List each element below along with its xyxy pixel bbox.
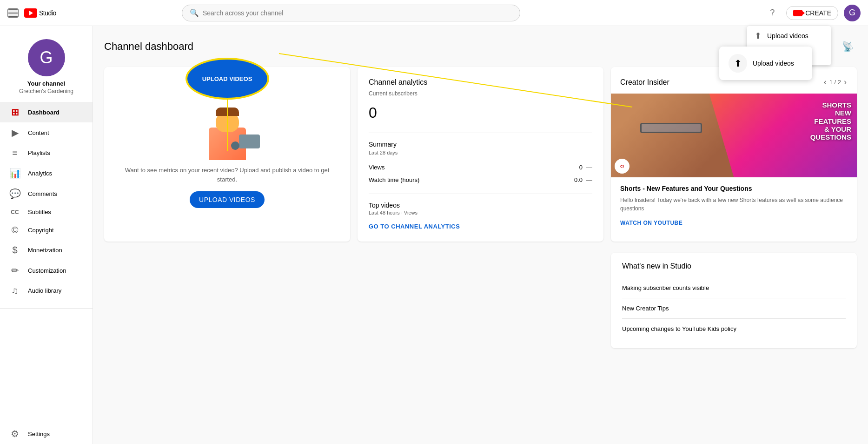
content-icon: ▶ [9,127,20,138]
top-videos-section: Top videos Last 48 hours · Views [369,202,592,215]
sidebar-item-customization[interactable]: ✏ Customization [0,260,93,281]
avatar[interactable]: G [844,5,861,21]
record-icon [793,10,802,16]
sidebar-copyright-label: Copyright [28,227,54,234]
upload-videos-option[interactable]: ⬆ Upload videos [747,26,831,46]
youtube-studio-logo[interactable]: Studio [24,8,56,18]
summary-period: Last 28 days [369,150,592,155]
dashboard-icon: ⊞ [9,107,20,118]
sidebar-monetization-label: Monetization [28,247,62,254]
card-divider-2 [369,194,592,194]
sidebar-settings-label: Settings [28,431,50,437]
sidebar-item-copyright[interactable]: © Copyright [0,220,93,240]
analytics-icon: 📊 [9,168,20,179]
watchtime-label: Watch time (hours) [369,176,419,183]
studio-text: Studio [39,9,56,17]
sidebar-audio-library-label: Audio library [28,287,61,294]
sidebar-playlists-label: Playlists [28,149,50,156]
whats-new-card: What's new in Studio Making subscriber c… [611,253,857,348]
search-input[interactable] [203,9,512,17]
sidebar-item-comments[interactable]: 💬 Comments [0,183,93,204]
sidebar-avatar[interactable]: G [28,39,65,76]
page-title: Channel dashboard [104,40,193,53]
cards-grid: UPLOAD VIDEOS Want to [104,67,857,242]
creator-nav-text: 1 / 2 [829,79,841,86]
topbar: Studio 🔍 ? CREATE G [0,0,868,26]
upload-circle-text: UPLOAD VIDEOS [202,75,252,82]
sidebar: G Your channel Gretchen's Gardening ⊞ Da… [0,26,93,444]
sidebar-channel-sub: Gretchen's Gardening [19,88,73,94]
search-bar[interactable]: 🔍 [182,5,520,21]
subscriber-count: 0 [369,104,592,121]
audio-library-icon: ♫ [9,285,20,296]
sidebar-item-content[interactable]: ▶ Content [0,122,93,143]
upload-videos-label: Upload videos [767,32,808,40]
tooltip-text: Upload videos [753,60,794,67]
sidebar-channel-name: Your channel [27,80,65,87]
creator-insider-title: Creator Insider [620,78,669,87]
creator-video-desc: Hello Insiders! Today we're back with a … [620,196,848,213]
upload-icon: ⬆ [755,31,762,41]
playlists-icon: ≡ [9,148,20,158]
thumbnail-text: SHORTSNEWFEATURES& YOURQUESTIONS [810,101,851,141]
second-row: What's new in Studio Making subscriber c… [104,253,857,348]
top-videos-label: Top videos [369,202,592,209]
creator-prev-button[interactable]: ‹ [823,76,828,88]
subtitles-icon: CC [9,209,20,215]
topbar-right: ? CREATE G [764,5,861,21]
views-label: Views [369,164,384,171]
go-analytics-button[interactable]: GO TO CHANNEL ANALYTICS [369,223,460,230]
camera-body [239,135,260,148]
monetization-icon: $ [9,245,20,256]
create-button[interactable]: CREATE [786,6,838,20]
customization-icon: ✏ [9,265,20,276]
settings-icon: ⚙ [9,428,20,439]
news-item-1[interactable]: Making subscriber counts visible [622,278,846,298]
copyright-icon: © [9,225,20,235]
upload-card: UPLOAD VIDEOS Want to [104,67,350,242]
camera-lens [231,141,239,150]
creator-card-body: Shorts - New Features and Your Questions… [611,177,857,242]
watchtime-value: 0.0 — [574,176,592,183]
top-videos-period: Last 48 hours · Views [369,210,592,215]
main-content: Channel dashboard ⬆ 📡 UPLOAD VIDEOS [93,26,868,444]
tooltip-icon: ⬆ [729,54,747,73]
whats-new-title: What's new in Studio [622,262,846,270]
topbar-left: Studio [7,8,56,18]
card-divider-1 [369,133,592,133]
golive-header-button[interactable]: 📡 [838,37,857,56]
sidebar-channel: G Your channel Gretchen's Gardening [0,30,93,102]
sidebar-divider [0,308,93,309]
sidebar-item-settings[interactable]: ⚙ Settings [0,424,93,444]
sidebar-content-label: Content [28,129,49,136]
subscribers-label: Current subscribers [369,90,592,97]
sidebar-item-dashboard[interactable]: ⊞ Dashboard [0,102,93,122]
sidebar-item-subtitles[interactable]: CC Subtitles [0,204,93,220]
hamburger-button[interactable] [7,8,19,18]
help-button[interactable]: ? [764,5,781,21]
sidebar-item-analytics[interactable]: 📊 Analytics [0,163,93,183]
creator-nav: ‹ 1 / 2 › [823,76,848,88]
sidebar-item-audio-library[interactable]: ♫ Audio library [0,281,93,301]
creator-video-title: Shorts - New Features and Your Questions [620,185,848,192]
sidebar-dashboard-label: Dashboard [28,109,60,116]
upload-videos-button[interactable]: UPLOAD VIDEOS [190,191,265,208]
upload-description: Want to see metrics on your recent video… [115,166,339,184]
creator-next-button[interactable]: › [843,76,848,88]
sidebar-subtitles-label: Subtitles [28,209,51,215]
summary-label: Summary [369,141,592,148]
whats-new-wrapper: What's new in Studio Making subscriber c… [611,253,857,348]
views-value: 0 — [579,164,592,171]
news-item-2[interactable]: New Creator Tips [622,298,846,319]
analytics-card: Channel analytics Current subscribers 0 … [358,67,603,242]
news-item-3[interactable]: Upcoming changes to YouTube Kids policy [622,319,846,339]
sidebar-comments-label: Comments [28,190,57,197]
thumbnail-logo: CI [615,159,629,174]
views-metric: Views 0 — [369,161,592,174]
sidebar-item-monetization[interactable]: $ Monetization [0,240,93,260]
sidebar-item-playlists[interactable]: ≡ Playlists [0,143,93,163]
watch-on-youtube-button[interactable]: WATCH ON YOUTUBE [620,220,682,226]
sidebar-analytics-label: Analytics [28,170,52,177]
creator-thumbnail: SHORTSNEWFEATURES& YOURQUESTIONS CI [611,94,857,177]
thumbnail-glasses [640,123,702,133]
